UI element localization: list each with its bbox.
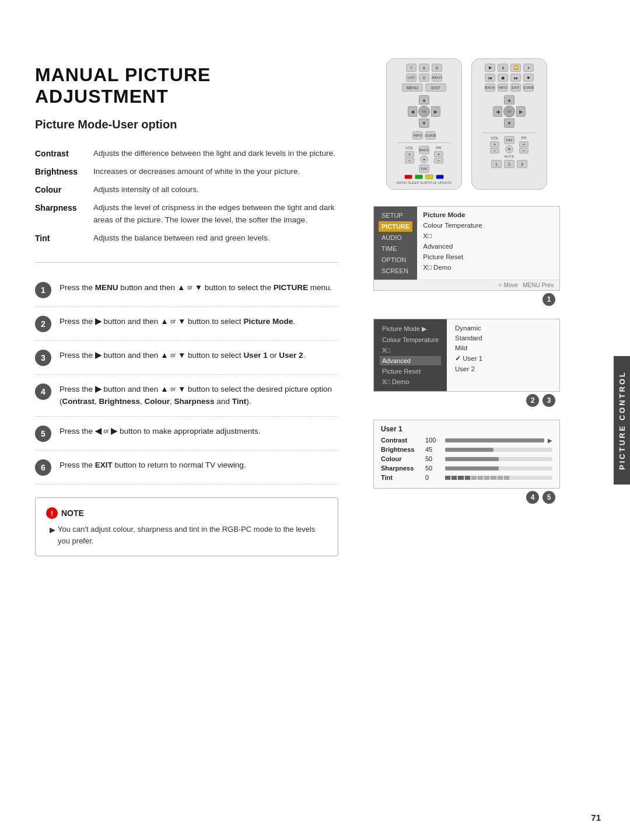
feature-list: Contrast Adjusts the difference between … [35, 148, 338, 245]
dpad2-up[interactable]: ▲ [504, 95, 514, 104]
feature-label-colour: Colour [35, 184, 93, 196]
r2-btn-exit[interactable]: EXIT [510, 83, 521, 92]
menu-box-2-wrapper: Picture Mode ▶ Colour Temperature X□ Adv… [373, 319, 560, 409]
feature-desc-contrast: Adjusts the difference between the light… [93, 148, 338, 160]
feature-contrast: Contrast Adjusts the difference between … [35, 148, 338, 160]
right-content: 7 8 9 LIST 0 INPUT MENU EXIT ▲ ▼ ◀ ▶ [362, 35, 583, 805]
btn-fav[interactable]: FAV [419, 165, 429, 173]
page-number: 71 [591, 813, 601, 822]
pm-advanced: Advanced [380, 356, 441, 365]
side-tab-text: PICTURE CONTROL [618, 371, 626, 470]
btn-back[interactable]: BACK [419, 146, 429, 154]
note-title: ! NOTE [46, 507, 327, 519]
menu3-badge-row: 4 5 [373, 489, 560, 506]
r2-btn-extra[interactable]: ● [523, 64, 534, 72]
pr-label: PR [436, 146, 442, 150]
us-row-contrast: Contrast 100 ▶ [381, 437, 552, 444]
feature-label-sharpness: Sharpness [35, 202, 93, 226]
feature-desc-brightness: Increases or decreases amount of white i… [93, 166, 338, 178]
color-btn-red[interactable] [404, 175, 412, 179]
r2-num-1[interactable]: 1 [491, 160, 502, 168]
step-4: 4 Press the ▶ button and then ▲ or ▼ but… [35, 375, 338, 417]
dpad-up[interactable]: ▲ [419, 95, 429, 104]
pm-mild: Mild [455, 344, 482, 352]
us-label-contrast: Contrast [381, 437, 422, 444]
note-box: ! NOTE ▶ You can't adjust colour, sharpn… [35, 497, 338, 556]
r2-vol-up[interactable]: + [490, 141, 499, 147]
r2-btn-pause[interactable]: ⏸ [498, 64, 508, 72]
btn-0[interactable]: 0 [419, 74, 429, 82]
us-bar-sharpness [445, 466, 552, 470]
btn-info[interactable]: INFO [412, 131, 423, 140]
color-btn-green[interactable] [415, 175, 423, 179]
btn-input[interactable]: INPUT [432, 74, 442, 82]
dpad2-right[interactable]: ▶ [516, 106, 526, 117]
dpad-right[interactable]: ▶ [431, 106, 440, 117]
btn-mute-mid[interactable]: ● [420, 155, 428, 163]
r2-btn-stop[interactable]: ⏹ [498, 74, 508, 82]
btn-list[interactable]: LIST [406, 74, 416, 82]
btn-exit[interactable]: EXIT [425, 83, 446, 92]
btn-menu[interactable]: MENU [402, 83, 423, 92]
pr-up[interactable]: + [434, 151, 443, 157]
badge-4: 4 [526, 491, 539, 504]
dpad-left[interactable]: ◀ [408, 106, 417, 117]
r2-num-3[interactable]: 3 [517, 160, 527, 168]
r2-btn-mute[interactable]: ✕ [505, 145, 513, 154]
dpad2-down[interactable]: ▼ [504, 118, 514, 128]
menu-r-xd-demo: X□ Demo [423, 263, 482, 272]
us-value-sharpness: 50 [425, 465, 442, 472]
remote-2: ▶ ⏸ ⏩ ● ⏮ ⏹ ⏭ ⏺ BACK INFO EXIT GUIDE [471, 58, 547, 190]
dpad-down[interactable]: ▼ [419, 118, 429, 128]
r2-btn-fav[interactable]: FAV [504, 136, 514, 144]
btn-8[interactable]: 8 [419, 64, 429, 72]
us-value-brightness: 45 [425, 446, 442, 453]
r2-btn-back[interactable]: BACK [485, 83, 495, 92]
feature-label-tint: Tint [35, 232, 93, 245]
r2-btn-ff[interactable]: ⏩ [510, 64, 521, 72]
color-btn-blue[interactable] [436, 175, 444, 179]
us-bar-fill-sharpness [445, 466, 499, 470]
left-content: MANUAL PICTURE ADJUSTMENT Picture Mode-U… [0, 35, 362, 805]
step-1: 1 Press the MENU button and then ▲ or ▼ … [35, 273, 338, 307]
r2-btn-skip[interactable]: ⏭ [510, 74, 521, 82]
menu2-badge-row: 2 3 [373, 392, 560, 409]
r2-vol-down[interactable]: − [490, 148, 499, 154]
menu-box-1: SETUP PICTURE AUDIO TIME OPTION SCREEN P… [373, 206, 560, 291]
vol-up[interactable]: + [405, 151, 414, 157]
dpad2-ok[interactable]: OK [503, 106, 515, 117]
r2-btn-guide[interactable]: GUIDE [523, 83, 534, 92]
color-btn-yellow[interactable] [425, 175, 433, 179]
r2-btn-play[interactable]: ▶ [485, 64, 495, 72]
dpad2-left[interactable]: ◀ [493, 106, 502, 117]
us-bar-brightness [445, 448, 552, 452]
r2-vol-label: VOL [491, 136, 499, 140]
r2-num-2[interactable]: 2 [504, 160, 514, 168]
step-text-6: Press the EXIT button to return to norma… [60, 459, 246, 472]
dpad-ok[interactable]: OK [418, 106, 430, 117]
r2-btn-rec[interactable]: ⏺ [523, 74, 534, 82]
pr-down[interactable]: − [434, 158, 443, 163]
feature-label-brightness: Brightness [35, 166, 93, 178]
r2-num-row: 1 2 3 [491, 160, 527, 168]
r2-btn-rew[interactable]: ⏮ [485, 74, 495, 82]
step-text-4: Press the ▶ button and then ▲ or ▼ butto… [60, 383, 338, 408]
pm-standard: Standard [455, 334, 482, 342]
note-label: NOTE [61, 508, 84, 518]
pm-user1: User 1 [455, 354, 482, 363]
r2-pr-down[interactable]: − [519, 148, 528, 154]
feature-tint: Tint Adjusts the balance between red and… [35, 232, 338, 245]
tint-seg-10 [504, 476, 509, 480]
btn-9[interactable]: 9 [432, 64, 442, 72]
remote-1: 7 8 9 LIST 0 INPUT MENU EXIT ▲ ▼ ◀ ▶ [386, 58, 462, 190]
btn-guide[interactable]: GUIDE [425, 131, 436, 140]
r2-pr-label: PR [521, 136, 527, 140]
r2-btn-info[interactable]: INFO [498, 83, 508, 92]
vol-down[interactable]: − [405, 158, 414, 163]
r2-pr-up[interactable]: + [519, 141, 528, 147]
step-circle-6: 6 [35, 459, 51, 476]
side-tab: PICTURE CONTROL [614, 356, 630, 485]
btn-7[interactable]: 7 [406, 64, 416, 72]
r2-vol-pr: VOL + − FAV ✕ MUTE PR + [490, 136, 528, 158]
feature-label-contrast: Contrast [35, 148, 93, 160]
